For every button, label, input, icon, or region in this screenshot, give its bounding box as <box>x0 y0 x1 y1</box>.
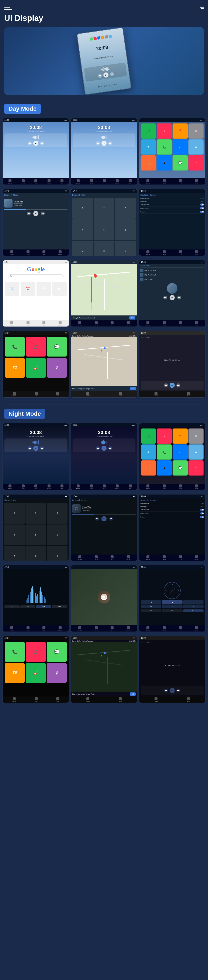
night-nav-btn-1[interactable]: ◄ <box>141 600 161 604</box>
nav-email-map[interactable]: EMAIL <box>78 321 82 326</box>
nav-back-ncpm[interactable]: BACK <box>187 697 190 702</box>
night-prev-2[interactable]: ◀◀ <box>96 446 100 450</box>
cp-prev[interactable]: ◀◀ <box>164 383 168 387</box>
nav-email-nwv[interactable]: EMAIL <box>10 626 14 631</box>
night-dial-1[interactable]: 1 <box>4 503 25 524</box>
night-app-4[interactable]: ⚙ <box>189 428 203 444</box>
nav-dial-lm[interactable]: DIAL <box>163 321 166 326</box>
nav-aps-nag[interactable]: APS <box>179 484 182 489</box>
nav-auto-ncomp[interactable]: AUTO <box>195 626 199 631</box>
app-icon-9[interactable]: 📻 <box>141 155 156 170</box>
go-button[interactable]: GO <box>129 316 135 320</box>
night-dial-2[interactable]: 2 <box>25 503 46 524</box>
nav-back-cpm[interactable]: BACK <box>187 392 190 396</box>
night-go-btn[interactable]: GO <box>130 692 136 695</box>
dial-4[interactable]: 4 <box>72 219 93 240</box>
cp-app-spotify[interactable]: 🎸 <box>26 358 46 378</box>
next-btn-1[interactable]: ▶▶ <box>40 142 44 145</box>
night-dial-9[interactable]: 9 <box>47 546 68 561</box>
google-search-bar[interactable]: 🔍 <box>8 274 64 278</box>
night-play-2[interactable]: ⏸ <box>101 446 107 451</box>
app-icon-3[interactable]: 📍 <box>173 124 188 138</box>
app-icon-11[interactable]: 💬 <box>173 155 188 170</box>
cp-app-messages[interactable]: 💬 <box>47 337 67 356</box>
nav-dial-nbts[interactable]: DIAL <box>163 555 166 560</box>
hero-prev-btn[interactable]: ◀◀ <box>98 74 102 78</box>
app-icon-8[interactable]: W <box>189 139 203 154</box>
night-app-9[interactable]: 📻 <box>141 460 156 476</box>
dial-6[interactable]: 6 <box>115 219 136 240</box>
night-btn-2[interactable]: AM <box>20 605 36 608</box>
nav-dial-n1[interactable]: DIAL <box>22 484 25 489</box>
night-dial-8[interactable]: 8 <box>25 546 46 561</box>
hero-next-btn[interactable]: ▶▶ <box>110 72 114 76</box>
nav-aps-bt1[interactable]: APS <box>43 250 46 255</box>
night-nbtn-1[interactable]: 2D <box>141 609 161 612</box>
night-app-8[interactable]: W <box>189 444 203 460</box>
nav-siri-n1[interactable]: SIRI <box>60 484 63 489</box>
nav-aps-bts[interactable]: APS <box>179 250 182 255</box>
nav-back-ncph[interactable]: BACK <box>35 697 38 702</box>
night-cp-messages[interactable]: 💬 <box>47 642 67 662</box>
cp-app-maps[interactable]: 🗺 <box>5 358 25 378</box>
night-app-10[interactable]: 📱 <box>157 460 172 476</box>
nav-home-ncpnav[interactable]: HOME <box>86 697 90 702</box>
nav-auto-nbts[interactable]: AUTO <box>195 555 199 560</box>
night-app-1[interactable]: 🎵 <box>141 428 156 444</box>
nav-dial-1[interactable]: DIAL <box>22 179 25 184</box>
app-icon-4[interactable]: ⚙ <box>189 124 203 138</box>
google-app-1[interactable]: 📧 <box>5 282 19 296</box>
night-next-1[interactable]: ▶▶ <box>40 446 44 450</box>
google-app-2[interactable]: 📅 <box>20 282 35 296</box>
night-app-7[interactable]: BT <box>173 444 188 460</box>
prev-btn-1[interactable]: ◀◀ <box>28 142 32 145</box>
next-btn-2[interactable]: ▶▶ <box>108 142 112 145</box>
cp-next[interactable]: ▶▶ <box>176 383 180 387</box>
app-icon-12[interactable]: ♥ <box>189 155 203 170</box>
night-power-toggle[interactable] <box>200 516 204 518</box>
nav-home-ncpm[interactable]: HOME <box>154 697 158 702</box>
nav-dial-nvid[interactable]: DIAL <box>95 626 98 631</box>
nav-email-nbts[interactable]: EMAIL <box>146 555 150 560</box>
nav-auto-2[interactable]: AUTO <box>115 179 119 184</box>
nav-back-cpnav[interactable]: BACK <box>119 392 122 396</box>
night-nav-btn-4[interactable]: ⊕ <box>141 605 161 608</box>
dial-3[interactable]: 3 <box>115 198 136 219</box>
night-dial-3[interactable]: 3 <box>47 503 68 524</box>
nav-email-3[interactable]: EMAIL <box>146 179 150 184</box>
night-cp-podcast[interactable]: 🎙 <box>47 663 67 683</box>
night-app-11[interactable]: 💬 <box>173 460 188 476</box>
nav-auto-bt1[interactable]: AUTO <box>58 250 62 255</box>
nav-aps-nvid[interactable]: APS <box>110 626 113 631</box>
cp-play[interactable]: ▶ <box>170 383 175 388</box>
nav-dial-nbtm[interactable]: DIAL <box>95 555 98 560</box>
night-dial-4[interactable]: 4 <box>4 525 25 545</box>
bt-prev[interactable]: ◀◀ <box>27 212 31 215</box>
nav-auto-google[interactable]: AUTO <box>58 321 62 326</box>
app-icon-6[interactable]: 📞 <box>157 139 172 154</box>
nav-siri-1[interactable]: SIRI <box>60 179 63 184</box>
nav-home-cpnav[interactable]: HOME <box>86 392 90 396</box>
cp-app-music[interactable]: 🎵 <box>26 337 46 356</box>
nav-dial-nwv[interactable]: DIAL <box>27 626 30 631</box>
dial-8[interactable]: 8 <box>94 241 114 256</box>
nav-go-btn[interactable]: GO <box>130 387 136 390</box>
nav-aps-nwv[interactable]: APS <box>43 626 46 631</box>
nav-auto-1[interactable]: AUTO <box>47 179 51 184</box>
play-btn-2[interactable]: ⏸ <box>101 141 107 146</box>
google-app-3[interactable]: 🗺 <box>36 282 51 296</box>
nav-email-n2[interactable]: EMAIL <box>76 484 80 489</box>
nav-dial-ncomp[interactable]: DIAL <box>163 626 166 631</box>
nav-aps-1[interactable]: APS <box>35 179 37 184</box>
night-next-2[interactable]: ▶▶ <box>108 446 112 450</box>
night-btn-3[interactable]: DAB <box>36 605 51 608</box>
nav-dial-2[interactable]: DIAL <box>90 179 93 184</box>
power-toggle[interactable] <box>200 211 204 213</box>
nav-home-cp1[interactable]: HOME <box>12 392 16 396</box>
night-dial-7[interactable]: 7 <box>4 546 25 561</box>
nav-home-ncph[interactable]: HOME <box>12 697 16 702</box>
night-app-3[interactable]: 📍 <box>173 428 188 444</box>
nav-siri-2[interactable]: SIRI <box>129 179 132 184</box>
dial-1[interactable]: 1 <box>72 198 93 219</box>
night-nav-btn-6[interactable]: ⊖ <box>183 605 203 608</box>
